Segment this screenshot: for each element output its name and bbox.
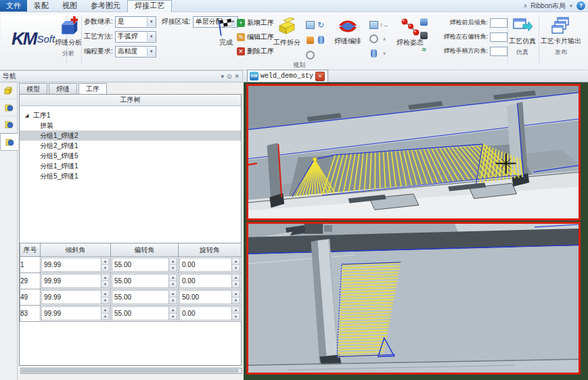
- image-tool-icon[interactable]: [306, 21, 315, 30]
- param-method-combo[interactable]: 手弧焊 ▼: [115, 31, 156, 43]
- cylinder-tool-icon[interactable]: [369, 49, 378, 57]
- weld-analysis-button[interactable]: 焊缝分析 分析: [51, 16, 85, 58]
- tilt-angle-spinner[interactable]: 99.99▲▼: [41, 306, 110, 320]
- left-right-angle-input[interactable]: [490, 32, 507, 42]
- deflect-angle-spinner[interactable]: 55.00▲▼: [112, 274, 177, 288]
- map-tool-icon[interactable]: [420, 18, 428, 26]
- strip-model-icon[interactable]: [0, 82, 17, 99]
- spin-up-icon[interactable]: ▲: [101, 258, 109, 265]
- spin-up-icon[interactable]: ▲: [169, 291, 177, 298]
- workpiece-split-button[interactable]: 工件拆分: [269, 18, 304, 47]
- nav-title: 导航: [3, 72, 16, 81]
- tree-expander-icon[interactable]: ◢: [25, 110, 32, 120]
- param-region-label: 焊接区域:: [162, 17, 191, 26]
- fore-aft-angle-input[interactable]: [490, 18, 507, 28]
- spin-up-icon[interactable]: ▲: [232, 258, 240, 265]
- spin-down-icon[interactable]: ▼: [232, 265, 240, 271]
- refresh-tool-icon[interactable]: ↻: [317, 21, 325, 30]
- viewport-bottom[interactable]: [246, 222, 581, 375]
- ribbon-layout-dropdown-icon[interactable]: ▼: [569, 4, 573, 8]
- rotate-angle-spinner[interactable]: 50.00▲▼: [179, 290, 240, 304]
- handle-direction-angle-input[interactable]: [490, 47, 507, 56]
- spin-up-icon[interactable]: ▲: [169, 275, 177, 281]
- rotate-angle-spinner[interactable]: 0.00▲▼: [179, 258, 240, 272]
- strip-doc-icon-2[interactable]: [0, 116, 17, 133]
- goto-tool-icon[interactable]: ↑→: [380, 20, 389, 29]
- spin-up-icon[interactable]: ▲: [169, 258, 177, 265]
- spin-up-icon[interactable]: ▲: [232, 275, 240, 281]
- ribbon-layout-menu[interactable]: Ribbon布局: [530, 1, 566, 11]
- tab-reference[interactable]: 参考图元: [84, 0, 127, 11]
- document-tab[interactable]: KM weld_demo_sty ✕: [247, 70, 328, 82]
- deflect-angle-spinner[interactable]: 55.00▲▼: [112, 306, 177, 320]
- dropdown-arrow-icon[interactable]: ▼: [147, 18, 156, 26]
- tree-item-group5-weld5[interactable]: 分组5_焊缝5: [20, 151, 241, 161]
- expand-up-icon[interactable]: ∧: [380, 34, 389, 43]
- ribbon-collapse-icon[interactable]: ∧: [523, 3, 527, 9]
- spin-up-icon[interactable]: ▲: [169, 307, 177, 314]
- tilt-angle-spinner[interactable]: 99.99▲▼: [41, 290, 110, 304]
- spin-down-icon[interactable]: ▼: [232, 298, 240, 304]
- tree-item-group5-weld1[interactable]: 分组5_焊缝1: [20, 171, 241, 181]
- finish-button[interactable]: 完成: [214, 18, 238, 47]
- spin-down-icon[interactable]: ▼: [169, 298, 177, 304]
- rotate-angle-spinner[interactable]: 0.00▲▼: [179, 306, 240, 320]
- path-tool-icon[interactable]: ≈: [420, 45, 428, 53]
- spin-down-icon[interactable]: ▼: [101, 298, 109, 304]
- spin-up-icon[interactable]: ▲: [101, 275, 109, 281]
- dropdown-arrow-icon[interactable]: ▼: [147, 47, 156, 56]
- spin-down-icon[interactable]: ▼: [232, 281, 240, 287]
- strip-doc-icon-3[interactable]: [0, 133, 18, 151]
- spin-down-icon[interactable]: ▼: [169, 281, 177, 287]
- horizontal-scrollbar[interactable]: [20, 368, 242, 374]
- viewport-top[interactable]: [246, 84, 581, 220]
- image-tool-icon[interactable]: [369, 20, 378, 29]
- param-quality-combo[interactable]: 高精度 ▼: [115, 46, 156, 57]
- rotate-angle-spinner[interactable]: 0.00▲▼: [179, 274, 240, 288]
- document-close-icon[interactable]: ✕: [315, 72, 325, 81]
- tree-item-assembly[interactable]: 拼装: [20, 120, 241, 130]
- param-inherit-combo[interactable]: 是 ▼: [115, 16, 156, 28]
- spin-down-icon[interactable]: ▼: [101, 314, 109, 320]
- delete-process-button[interactable]: ✕ 删除工序: [237, 46, 281, 57]
- file-menu-button[interactable]: 文件: [0, 0, 27, 11]
- deflect-angle-spinner[interactable]: 55.00▲▼: [112, 290, 177, 304]
- process-card-output-button[interactable]: 工艺卡片输出 发布: [540, 16, 582, 57]
- fill-tool-icon[interactable]: [306, 36, 315, 45]
- tree-item-group1-weld2[interactable]: 分组1_焊缝2: [20, 130, 241, 141]
- scrollbar-thumb[interactable]: [22, 369, 238, 373]
- deflect-angle-spinner[interactable]: 55.00▲▼: [112, 258, 177, 272]
- dark-tool-icon[interactable]: [420, 31, 428, 40]
- tree-item-group1-weld1[interactable]: 分组1_焊缝1: [20, 161, 241, 171]
- spin-up-icon[interactable]: ▲: [101, 291, 109, 298]
- spin-up-icon[interactable]: ▲: [101, 307, 109, 314]
- panel-menu-icon[interactable]: ▾: [221, 73, 224, 80]
- panel-close-icon[interactable]: ✕: [234, 73, 240, 80]
- spin-up-icon[interactable]: ▲: [232, 291, 240, 298]
- spin-down-icon[interactable]: ▼: [169, 314, 177, 320]
- spin-down-icon[interactable]: ▼: [169, 265, 177, 271]
- spin-down-icon[interactable]: ▼: [101, 265, 109, 271]
- tab-view[interactable]: 视图: [55, 0, 84, 11]
- ring-tool-icon[interactable]: [306, 51, 315, 60]
- help-button[interactable]: ?: [576, 1, 585, 10]
- panel-pin-icon[interactable]: ⊙: [227, 73, 232, 80]
- tree-root-process1[interactable]: ◢ 工序1: [20, 110, 241, 120]
- dropdown-arrow-icon[interactable]: ▼: [147, 32, 156, 41]
- tab-assembly[interactable]: 装配: [27, 0, 55, 11]
- cylinder-tool-icon[interactable]: [317, 36, 325, 45]
- ring-tool-icon[interactable]: [369, 34, 378, 43]
- tab-weld-process[interactable]: 焊接工艺: [127, 0, 172, 12]
- weld-arrange-button[interactable]: 焊缝编排: [329, 18, 367, 46]
- tool-cluster-2: ↑→ ∧ ∨: [368, 18, 390, 60]
- spin-down-icon[interactable]: ▼: [101, 281, 109, 287]
- spin-up-icon[interactable]: ▲: [232, 307, 240, 314]
- tree-item-group2-weld1[interactable]: 分组2_焊缝1: [20, 141, 241, 151]
- expand-down-icon[interactable]: ∨: [380, 49, 389, 57]
- strip-doc-icon-1[interactable]: [0, 99, 17, 116]
- spin-down-icon[interactable]: ▼: [232, 314, 240, 320]
- process-simulate-button[interactable]: 工艺仿真 仿真: [509, 16, 536, 57]
- row-index: 29: [20, 273, 41, 289]
- tilt-angle-spinner[interactable]: 99.99▲▼: [41, 258, 110, 272]
- tilt-angle-spinner[interactable]: 99.99▲▼: [41, 274, 110, 288]
